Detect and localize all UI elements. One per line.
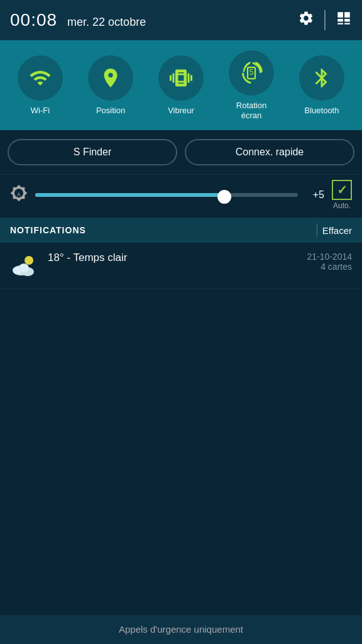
svg-rect-2 — [337, 19, 343, 21]
status-date: mer. 22 octobre — [67, 16, 146, 29]
buttons-row: S Finder Connex. rapide — [0, 130, 362, 174]
notifications-title: NOTIFICATIONS — [10, 225, 86, 235]
auto-label: Auto. — [333, 201, 351, 210]
svg-text:A: A — [17, 192, 21, 197]
toggle-vibration[interactable]: Vibreur — [158, 55, 204, 116]
notification-main-text: 18° - Temps clair — [48, 252, 127, 264]
notification-date: 21-10-2014 — [307, 252, 352, 262]
brightness-slider[interactable] — [35, 193, 298, 197]
status-bar: 00:08 mer. 22 octobre — [0, 0, 362, 40]
brightness-auto[interactable]: ✓ Auto. — [332, 180, 352, 210]
grid-icon[interactable] — [336, 10, 352, 30]
status-divider — [324, 10, 326, 30]
notification-sub: 4 cartes — [321, 262, 352, 272]
weather-icon — [10, 253, 38, 279]
notification-content: 18° - Temps clair — [48, 252, 297, 264]
vibreur-label: Vibreur — [168, 106, 194, 116]
bluetooth-label: Bluetooth — [305, 106, 339, 116]
notif-divider — [317, 224, 317, 236]
svg-rect-1 — [344, 12, 350, 18]
svg-rect-5 — [344, 23, 350, 25]
wifi-label: Wi-Fi — [31, 106, 50, 116]
notification-meta: 21-10-2014 4 cartes — [307, 252, 352, 272]
connexrapide-button[interactable]: Connex. rapide — [185, 139, 354, 165]
notifications-header: NOTIFICATIONS Effacer — [0, 218, 362, 243]
brightness-row: A +5 ✓ Auto. — [0, 174, 362, 218]
brightness-icon: A — [10, 184, 28, 206]
bottom-text: Appels d'urgence uniquement — [119, 624, 243, 635]
svg-rect-3 — [344, 19, 350, 21]
settings-icon[interactable] — [298, 10, 314, 30]
svg-text:5: 5 — [250, 68, 254, 77]
svg-point-9 — [25, 256, 33, 265]
toggle-bluetooth[interactable]: Bluetooth — [299, 55, 344, 116]
toggle-position[interactable]: Position — [88, 55, 133, 116]
toggle-rotation[interactable]: 5 Rotationécran — [229, 50, 274, 120]
position-label: Position — [96, 106, 125, 116]
svg-rect-0 — [337, 12, 343, 18]
bottom-area: Appels d'urgence uniquement — [0, 615, 362, 644]
notif-clear-button[interactable]: Effacer — [322, 225, 352, 236]
sfinder-button[interactable]: S Finder — [8, 139, 177, 165]
notification-item[interactable]: 18° - Temps clair 21-10-2014 4 cartes — [0, 243, 362, 289]
status-time: 00:08 — [10, 10, 57, 30]
brightness-value: +5 — [305, 189, 324, 201]
svg-rect-4 — [337, 23, 343, 25]
quick-toggles: Wi-Fi Position Vibreur — [0, 40, 362, 130]
rotation-label: Rotationécran — [236, 101, 266, 120]
toggle-wifi[interactable]: Wi-Fi — [18, 55, 63, 116]
svg-point-13 — [13, 267, 22, 274]
